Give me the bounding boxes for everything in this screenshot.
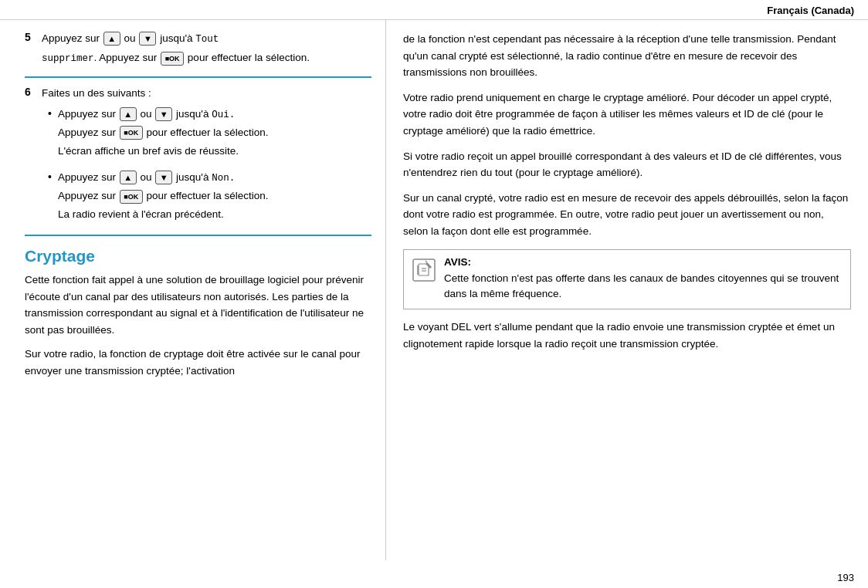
header-label: Français (Canada) [767,5,854,16]
down-arrow-icon-b1: ▼ [155,107,172,121]
step-6-number: 6 [25,86,42,98]
cryptage-title: Cryptage [25,247,371,265]
divider-1 [25,76,371,78]
right-para4: Sur un canal crypté, votre radio est en … [403,190,851,240]
bullet-2-line1: Appuyez sur ▲ ou ▼ jusqu'à Non. [58,170,371,186]
step-6-content: Faites un des suivants : Appuyez sur ▲ o… [42,86,371,225]
bullet-1-line2: Appuyez sur ■OK pour effectuer la sélect… [58,125,371,141]
step-5-line1: Appuyez sur ▲ ou ▼ jusqu'à Tout [42,31,371,47]
step-5-line2: supprimer. Appuyez sur ■OK pour effectue… [42,50,371,66]
page-header: Français (Canada) [0,0,868,20]
step-5-block: 5 Appuyez sur ▲ ou ▼ jusqu'à Tout suppri… [25,31,371,67]
avis-box: AVIS: Cette fonction n'est pas offerte d… [403,249,851,310]
step-5-mono: supprimer [42,53,94,64]
page-content: 5 Appuyez sur ▲ ou ▼ jusqu'à Tout suppri… [0,20,868,560]
step-6-label: Faites un des suivants : [42,86,371,102]
bullet-1-line1: Appuyez sur ▲ ou ▼ jusqu'à Oui. [58,106,371,123]
up-arrow-icon-step5a: ▲ [103,32,120,46]
right-para1: de la fonction n'est cependant pas néces… [403,31,851,81]
step-5-keyword1: Tout [195,34,219,45]
bullet-item-2: Appuyez sur ▲ ou ▼ jusqu'à Non. Appuyez … [48,170,371,225]
avis-text: Cette fonction n'est pas offerte dans le… [444,271,843,303]
bullet-1-keyword: Oui. [212,110,235,120]
up-arrow-icon-b1: ▲ [120,107,137,121]
cryptage-para2: Sur votre radio, la fonction de cryptage… [25,346,371,379]
step-6-block: 6 Faites un des suivants : Appuyez sur ▲… [25,86,371,225]
svg-line-4 [426,261,427,262]
right-para5: Le voyant DEL vert s'allume pendant que … [403,319,851,352]
page-footer: 193 [837,572,854,583]
bullet-2-content: Appuyez sur ▲ ou ▼ jusqu'à Non. Appuyez … [58,170,371,225]
bullet-2-line3: La radio revient à l'écran précédent. [58,207,371,223]
bullet-1-content: Appuyez sur ▲ ou ▼ jusqu'à Oui. Appuyez … [58,106,371,162]
ok-button-icon-step5: ■OK [161,52,184,66]
down-arrow-icon-b2: ▼ [155,171,172,184]
bullet-1-line3: L'écran affiche un bref avis de réussite… [58,144,371,160]
ok-icon-b1: ■OK [120,126,143,140]
right-column: de la fonction n'est cependant pas néces… [386,20,868,560]
bullet-2-keyword: Non. [212,173,235,184]
cryptage-para1: Cette fonction fait appel à une solution… [25,272,371,338]
page-number: 193 [837,572,854,583]
right-para3: Si votre radio reçoit un appel brouillé … [403,148,851,181]
right-para2: Votre radio prend uniquement en charge l… [403,90,851,140]
bullet-item-1: Appuyez sur ▲ ou ▼ jusqu'à Oui. Appuyez … [48,106,371,162]
ok-icon-b2: ■OK [120,190,143,204]
up-arrow-icon-b2: ▲ [120,171,137,184]
avis-content: AVIS: Cette fonction n'est pas offerte d… [444,256,843,303]
left-column: 5 Appuyez sur ▲ ou ▼ jusqu'à Tout suppri… [0,20,386,560]
step-5-content: Appuyez sur ▲ ou ▼ jusqu'à Tout supprime… [42,31,371,67]
divider-2 [25,235,371,236]
svg-rect-0 [413,259,435,281]
avis-title: AVIS: [444,256,843,268]
bullet-list: Appuyez sur ▲ ou ▼ jusqu'à Oui. Appuyez … [42,106,371,225]
bullet-2-line2: Appuyez sur ■OK pour effectuer la sélect… [58,188,371,204]
avis-icon [412,258,436,282]
down-arrow-icon-step5a: ▼ [139,32,156,46]
step-5-number: 5 [25,31,42,43]
